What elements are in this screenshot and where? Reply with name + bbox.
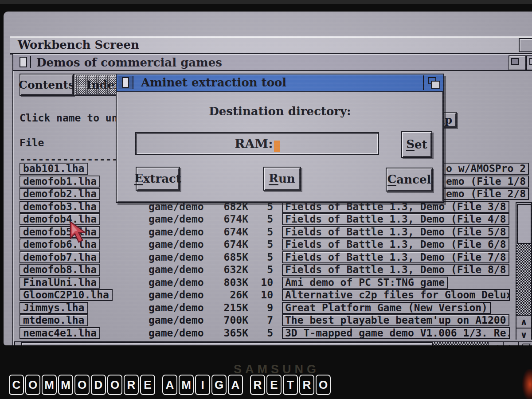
destination-input-value: RAM: bbox=[235, 137, 273, 151]
desc-cell[interactable]: Fields of Battle 1.3, Demo (File 8/8 bbox=[282, 264, 509, 276]
dialog-title: Aminet extraction tool bbox=[141, 76, 286, 89]
window-close-button[interactable] bbox=[16, 56, 31, 68]
size-cell: 674K bbox=[199, 239, 248, 250]
v-scrollbar[interactable]: ∧ ∨ bbox=[516, 202, 532, 340]
screen-titlebar[interactable]: Workbench Screen bbox=[10, 36, 532, 55]
extract-button-initial: E bbox=[134, 172, 143, 185]
size-cell: 26K bbox=[199, 289, 248, 301]
caption-letter: I bbox=[195, 375, 210, 395]
desc-cell[interactable]: The best playable beatem'up on A1200 bbox=[282, 314, 509, 326]
caption: COMMODOREAMIGARETRO bbox=[9, 375, 331, 395]
file-row: FinalUni.lha game/demo 803K 10 Ami demo … bbox=[4, 277, 532, 289]
file-button[interactable]: bab101.lha bbox=[20, 163, 88, 175]
run-button[interactable]: Run bbox=[263, 167, 301, 191]
caption-letter: M bbox=[179, 375, 194, 395]
resize-handle[interactable] bbox=[518, 342, 532, 345]
dir-cell: game/demo bbox=[149, 328, 204, 339]
file-button[interactable]: nemac4e1.lha bbox=[20, 327, 100, 339]
caption-letter: M bbox=[42, 375, 57, 395]
h-scrollbar[interactable]: < > bbox=[14, 341, 532, 345]
set-button-rest: et bbox=[415, 138, 427, 151]
desc-cell[interactable]: Ami demo of PC ST:TNG game bbox=[282, 277, 448, 289]
destination-prompt-label: Destination directory: bbox=[117, 105, 443, 118]
dir-cell: game/demo bbox=[149, 264, 204, 275]
dir-cell: game/demo bbox=[149, 239, 204, 250]
caption-letter: C bbox=[9, 375, 24, 395]
extract-button[interactable]: Extract bbox=[136, 167, 180, 191]
scroll-up-button[interactable]: ∧ bbox=[516, 315, 531, 328]
size-cell: 700K bbox=[199, 315, 248, 326]
tab-contents-label: Contents bbox=[19, 78, 74, 91]
file-row: demofob8.lha game/demo 632K 5 Fields of … bbox=[4, 264, 532, 276]
resize-icon bbox=[520, 344, 531, 346]
file-row: mtdemo.lha game/demo 700K 7 The best pla… bbox=[4, 314, 532, 326]
file-button[interactable]: FinalUni.lha bbox=[20, 277, 100, 289]
dialog-close-button[interactable] bbox=[118, 76, 133, 89]
v-scroll-track[interactable] bbox=[516, 244, 531, 315]
caption-letter: E bbox=[140, 375, 155, 395]
file-button[interactable]: mtdemo.lha bbox=[20, 314, 88, 326]
destination-input[interactable]: RAM: bbox=[135, 132, 379, 155]
h-scroll-track[interactable] bbox=[433, 342, 488, 345]
close-icon bbox=[20, 57, 27, 67]
file-row: Jimmys.lha game/demo 215K 9 Great Platfo… bbox=[4, 302, 532, 314]
power-led-glow bbox=[522, 369, 532, 399]
set-button[interactable]: Set bbox=[401, 131, 432, 158]
age-cell: 5 bbox=[252, 328, 273, 339]
desc-cell[interactable]: Fields of Battle 1.3, Demo (File 7/8 bbox=[282, 251, 509, 263]
dir-cell: game/demo bbox=[149, 227, 204, 238]
file-button[interactable]: demofob7.lha bbox=[20, 251, 100, 263]
dir-cell: game/demo bbox=[149, 277, 204, 288]
desc-cell[interactable]: Fields of Battle 1.3, Demo (File 6/8 bbox=[282, 239, 509, 250]
scroll-down-button[interactable]: ∨ bbox=[516, 328, 531, 340]
window-title: Demos of commercial games bbox=[36, 56, 222, 69]
desc-cell[interactable]: Fields of Battle 1.3, Demo (File 5/8 bbox=[282, 226, 509, 238]
cancel-button[interactable]: Cancel bbox=[386, 168, 433, 192]
desc-cell[interactable]: 3D T-mapped game demo V1.006 1/3. Re. bbox=[282, 327, 510, 339]
window-titlebar[interactable]: Demos of commercial games bbox=[12, 53, 532, 71]
file-button[interactable]: demofob8.lha bbox=[20, 264, 100, 276]
file-button[interactable]: Jimmys.lha bbox=[20, 302, 88, 314]
caption-letter: A bbox=[228, 375, 243, 395]
h-scroll-thumb[interactable] bbox=[21, 342, 433, 345]
file-button[interactable]: GloomC2P10.lha bbox=[20, 289, 113, 301]
text-cursor bbox=[274, 141, 280, 152]
caption-letter: E bbox=[266, 375, 282, 395]
desc-cell[interactable]: Great Platform Game (New Version) bbox=[282, 302, 491, 314]
scroll-right-button[interactable]: > bbox=[503, 342, 519, 345]
dialog-titlebar[interactable]: Aminet extraction tool bbox=[117, 74, 443, 92]
scroll-left-button[interactable]: < bbox=[488, 342, 504, 345]
dialog-depth-button[interactable] bbox=[423, 75, 442, 90]
screen-depth-gadget-icon[interactable] bbox=[519, 38, 532, 52]
file-button[interactable]: demofob3.lha bbox=[20, 201, 100, 213]
caption-letter: G bbox=[211, 375, 227, 395]
size-cell: 632K bbox=[199, 264, 248, 275]
age-cell: 5 bbox=[252, 227, 273, 238]
file-button[interactable]: demofob2.lha bbox=[20, 188, 100, 200]
window-zoom-button[interactable] bbox=[509, 55, 526, 70]
file-button[interactable]: demofob1.lha bbox=[20, 176, 100, 188]
desc-cell[interactable]: Alternative c2p files for Gloom Delux bbox=[282, 289, 510, 301]
file-column-header: File bbox=[20, 137, 44, 149]
caption-letter: T bbox=[283, 375, 298, 395]
age-cell: 9 bbox=[252, 302, 273, 313]
caption-letter: O bbox=[25, 375, 40, 395]
size-cell: 674K bbox=[199, 214, 248, 225]
left-arrow-icon: < bbox=[493, 342, 498, 345]
run-button-initial: R bbox=[269, 172, 278, 185]
up-arrow-icon: ∧ bbox=[520, 317, 527, 327]
caption-letter: R bbox=[250, 375, 265, 395]
cancel-button-rest: ancel bbox=[396, 173, 431, 186]
desc-cell[interactable]: Fields of Battle 1.3, Demo (File 4/8 bbox=[282, 213, 509, 225]
dir-cell: game/demo bbox=[149, 302, 204, 313]
window-depth-button[interactable] bbox=[526, 55, 532, 70]
tab-contents[interactable]: Contents bbox=[20, 74, 74, 96]
caption-letter: R bbox=[299, 375, 314, 395]
dialog-depth-icon-front bbox=[431, 81, 440, 89]
monitor-bezel: Workbench Screen Demos of commercial gam… bbox=[0, 0, 532, 399]
caption-letter: D bbox=[91, 375, 106, 395]
caption-letter: M bbox=[58, 375, 73, 395]
mouse-pointer-icon bbox=[69, 222, 90, 245]
v-scroll-knob[interactable] bbox=[517, 204, 532, 244]
age-cell: 5 bbox=[252, 239, 273, 250]
